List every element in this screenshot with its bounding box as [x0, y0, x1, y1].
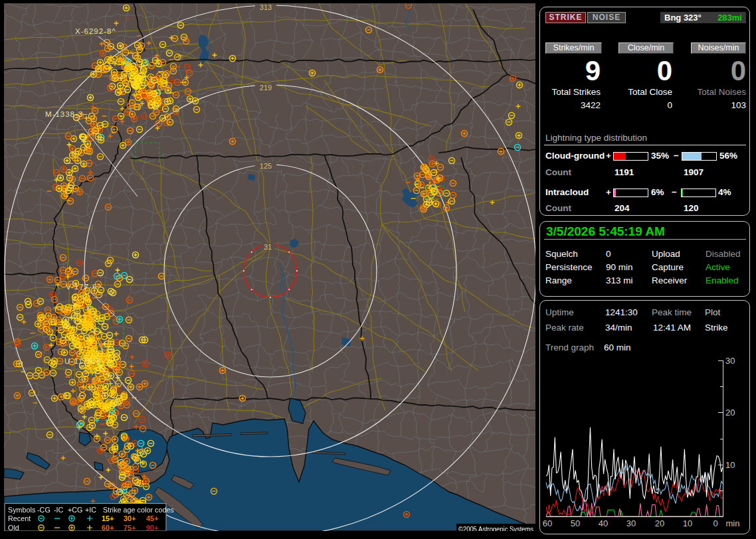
svg-text:Strike age color codes: Strike age color codes — [103, 506, 174, 514]
svg-text:X-6292-8^: X-6292-8^ — [75, 27, 116, 35]
svg-text:15+: 15+ — [102, 514, 114, 522]
svg-text:45+: 45+ — [146, 514, 159, 522]
svg-text:+CG: +CG — [68, 506, 83, 514]
svg-text:90+: 90+ — [146, 524, 159, 531]
svg-text:min: min — [726, 518, 740, 528]
svg-text:20: 20 — [725, 408, 735, 418]
svg-text:50: 50 — [571, 518, 580, 528]
svg-text:313: 313 — [260, 3, 272, 11]
svg-text:60+: 60+ — [102, 524, 114, 531]
svg-text:125: 125 — [260, 162, 272, 170]
svg-text:75+: 75+ — [124, 524, 136, 531]
svg-text:30+: 30+ — [124, 514, 136, 522]
svg-text:Old: Old — [8, 524, 19, 531]
svg-text:20: 20 — [655, 518, 664, 528]
svg-text:219: 219 — [260, 84, 272, 92]
svg-text:40: 40 — [599, 518, 608, 528]
svg-text:M-1338-3−: M-1338-3− — [45, 110, 88, 118]
svg-text:©2005 Astrogenic Systems: ©2005 Astrogenic Systems — [458, 525, 533, 531]
svg-text:10: 10 — [725, 460, 735, 470]
svg-text:V-177-6^: V-177-6^ — [66, 283, 102, 291]
svg-text:-IC: -IC — [54, 506, 64, 514]
svg-text:0: 0 — [713, 518, 717, 528]
svg-text:Recent: Recent — [8, 514, 31, 522]
svg-text:Symbols: Symbols — [8, 506, 36, 514]
svg-text:-CG: -CG — [37, 506, 50, 514]
svg-text:30: 30 — [626, 518, 636, 528]
svg-text:60: 60 — [543, 518, 552, 528]
svg-text:10: 10 — [683, 518, 692, 528]
svg-text:30: 30 — [725, 357, 735, 366]
svg-text:31: 31 — [264, 243, 272, 251]
svg-text:+IC: +IC — [85, 506, 96, 514]
